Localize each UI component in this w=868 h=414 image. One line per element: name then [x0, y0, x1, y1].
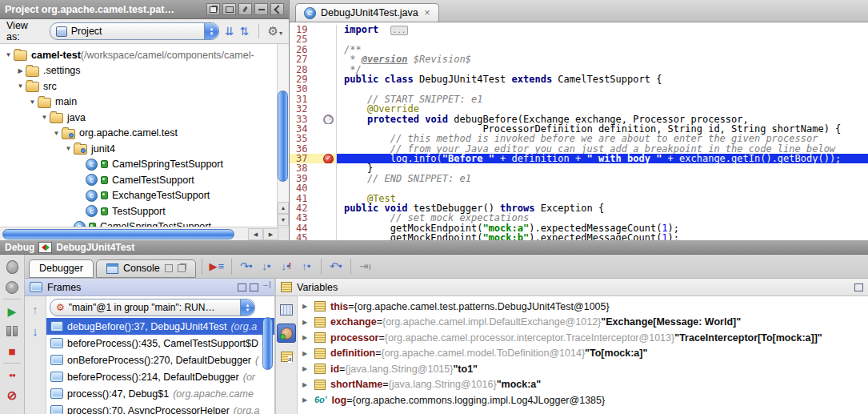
view-breakpoints-icon[interactable]: ●●	[0, 365, 24, 385]
close-tab-icon[interactable]: ×	[425, 7, 430, 18]
evaluate-expression-icon[interactable]	[278, 301, 295, 319]
stack-frame-row[interactable]: beforeProcess():435, CamelTestSupport$D	[46, 335, 274, 352]
tab-console[interactable]: Console	[96, 259, 196, 278]
code-line[interactable]: 29public class DebugJUnit4Test extends C…	[290, 74, 868, 84]
scrollbar-thumb[interactable]	[2, 229, 234, 239]
code-line[interactable]: 45 getMockEndpoint("mock:b").expectedMes…	[290, 233, 868, 240]
scroll-left-icon[interactable]: ◀	[248, 228, 263, 240]
tree-toggle-icon[interactable]: ▼	[39, 114, 50, 121]
variable-row[interactable]: ▶definition = {org.apache.camel.model.To…	[298, 346, 868, 362]
mute-breakpoints-icon[interactable]: ⊘	[0, 385, 24, 405]
scroll-right-icon[interactable]: ▶	[263, 228, 278, 240]
force-step-into-icon[interactable]: ↓•	[278, 259, 295, 275]
float-panel-icon[interactable]	[238, 283, 246, 291]
dock-window-icon[interactable]	[222, 3, 236, 15]
tree-item[interactable]: ▼src	[0, 78, 289, 94]
code-line[interactable]: 39 // END SNIPPET: e1	[290, 174, 868, 183]
code-line[interactable]: 19import ...	[290, 25, 868, 34]
expand-icon[interactable]: ▶	[302, 381, 314, 388]
tree-item[interactable]: ExchangeTestSupport	[0, 188, 289, 204]
tree-item[interactable]: ▼java	[0, 110, 289, 126]
expand-icon[interactable]: ▶	[302, 334, 314, 341]
hide-window-icon[interactable]	[270, 3, 284, 15]
variable-row[interactable]: ▶exchange = {org.apache.camel.impl.Defau…	[298, 315, 868, 331]
collapse-all-icon[interactable]: ⇅	[240, 25, 250, 38]
tree-item[interactable]: TestSupport	[0, 203, 289, 219]
expand-icon[interactable]: ▶	[302, 303, 314, 310]
previous-frame-icon[interactable]: ↑	[32, 303, 38, 316]
tree-item[interactable]: ▼org.apache.camel.test	[0, 126, 289, 142]
tree-toggle-icon[interactable]: ▼	[63, 145, 74, 152]
code-line[interactable]: 25	[290, 34, 868, 44]
dock-panel-icon[interactable]	[262, 284, 270, 291]
tree-item[interactable]: CamelSpringTestSupport	[0, 219, 289, 227]
scrollbar-thumb[interactable]	[278, 90, 288, 182]
tree-toggle-icon[interactable]: ▼	[15, 82, 26, 90]
pin-window-icon[interactable]	[238, 3, 252, 15]
variable-row[interactable]: ▶id = {java.lang.String@1015}"to1"	[298, 361, 868, 377]
variables-list[interactable]: ▶this = {org.apache.camel.test.patterns.…	[298, 296, 868, 414]
stack-frame-row[interactable]: beforeProcess():214, DefaultDebugger (or	[46, 368, 274, 385]
frames-scrollbar-thumb[interactable]	[262, 317, 273, 370]
stack-frame-row[interactable]: debugBefore():37, DebugJUnit4Test (org.a	[46, 318, 274, 335]
tree-vertical-scrollbar[interactable]: ▲ ▼	[277, 44, 289, 227]
frames-list[interactable]: ⚙ "main"@1 in group "main": RUN… ▲▼ debu…	[46, 296, 274, 414]
stack-frame-row[interactable]: process():47, Debug$1 (org.apache.came	[46, 385, 274, 402]
step-into-icon[interactable]: ↓•	[258, 259, 275, 275]
expand-icon[interactable]: ▶	[302, 350, 314, 357]
step-over-icon[interactable]: ↷•	[238, 259, 255, 275]
stack-frame-row[interactable]: process():70, AsyncProcessorHelper (org.…	[46, 402, 274, 414]
close-debugger-icon[interactable]	[0, 277, 24, 297]
tree-item[interactable]: CamelTestSupport	[0, 172, 289, 188]
expand-icon[interactable]: ▶	[302, 365, 314, 372]
breakpoint-icon[interactable]	[323, 154, 334, 164]
variable-row[interactable]: ▶processor = {org.apache.camel.processor…	[298, 330, 868, 346]
expand-icon[interactable]: ▶	[302, 396, 314, 404]
tree-toggle-icon[interactable]: ▼	[27, 98, 38, 106]
float-window-icon[interactable]	[206, 3, 220, 15]
tree-horizontal-scrollbar[interactable]: ◀ ▶	[0, 227, 289, 240]
resume-program-icon[interactable]: ▶	[0, 301, 24, 321]
editor-tab[interactable]: DebugJUnit4Test.java ×	[295, 3, 439, 22]
thread-selector-dropdown[interactable]: ⚙ "main"@1 in group "main": RUN… ▲▼	[50, 299, 255, 316]
variable-row[interactable]: ▶this = {org.apache.camel.test.patterns.…	[298, 299, 868, 315]
expand-all-icon[interactable]: ⇊	[225, 25, 234, 38]
tree-item[interactable]: ▶.settings	[0, 63, 289, 79]
tree-toggle-icon[interactable]: ▶	[15, 67, 26, 74]
step-out-icon[interactable]: ↑•	[298, 259, 315, 275]
threads-view-icon[interactable]	[277, 324, 296, 343]
tree-toggle-icon[interactable]: ▼	[3, 51, 14, 58]
float-tab-icon[interactable]	[178, 264, 186, 272]
show-execution-point-icon[interactable]: ▶≡	[208, 259, 226, 275]
override-gutter-icon[interactable]	[323, 115, 334, 125]
drop-frame-icon[interactable]: ↶•	[327, 259, 345, 275]
stop-icon[interactable]: ■	[0, 341, 24, 361]
float-panel-icon[interactable]	[854, 283, 863, 291]
variable-row[interactable]: ▶shortName = {java.lang.String@1016}"moc…	[298, 377, 868, 393]
scroll-down-icon[interactable]: ▼	[278, 214, 289, 226]
variable-row[interactable]: ▶log = {org.apache.commons.logging.impl.…	[298, 392, 868, 408]
duplicate-panel-icon[interactable]	[250, 283, 258, 291]
minimize-window-icon[interactable]	[254, 3, 268, 15]
rerun-debugger-icon[interactable]	[0, 257, 24, 277]
watches-icon[interactable]	[278, 348, 295, 365]
code-line[interactable]: 37 log.info("Before " + definition + " w…	[290, 154, 868, 163]
run-to-cursor-icon[interactable]: ⇥ı	[357, 259, 374, 275]
pause-program-icon[interactable]	[0, 321, 24, 341]
tab-debugger[interactable]: Debugger	[29, 259, 94, 278]
pin-tab-icon[interactable]	[165, 264, 173, 272]
tree-item[interactable]: CamelSpringTestSupport	[0, 157, 289, 173]
next-frame-icon[interactable]: ↓	[32, 324, 38, 338]
project-tree[interactable]: ▼camel-test (/workspace/camel/components…	[0, 44, 289, 227]
tree-toggle-icon[interactable]: ▼	[51, 130, 62, 137]
view-mode-dropdown[interactable]: Project ▲▼	[50, 22, 219, 40]
stack-frame-row[interactable]: onBeforeProcess():270, DefaultDebugger (	[46, 352, 274, 368]
tree-item[interactable]: ▼camel-test (/workspace/camel/components…	[0, 47, 289, 63]
tree-item[interactable]: ▼main	[0, 94, 289, 111]
scroll-up-icon[interactable]: ▲	[278, 202, 289, 214]
tree-item[interactable]: ▼junit4	[0, 141, 289, 157]
settings-gear-icon[interactable]: ⚙	[268, 24, 282, 38]
expand-icon[interactable]: ▶	[302, 319, 314, 326]
code-editor[interactable]: 19import ...2526/**27 * @version $Revisi…	[290, 22, 868, 240]
code-line[interactable]: 27 * @version $Revision$	[290, 54, 868, 64]
